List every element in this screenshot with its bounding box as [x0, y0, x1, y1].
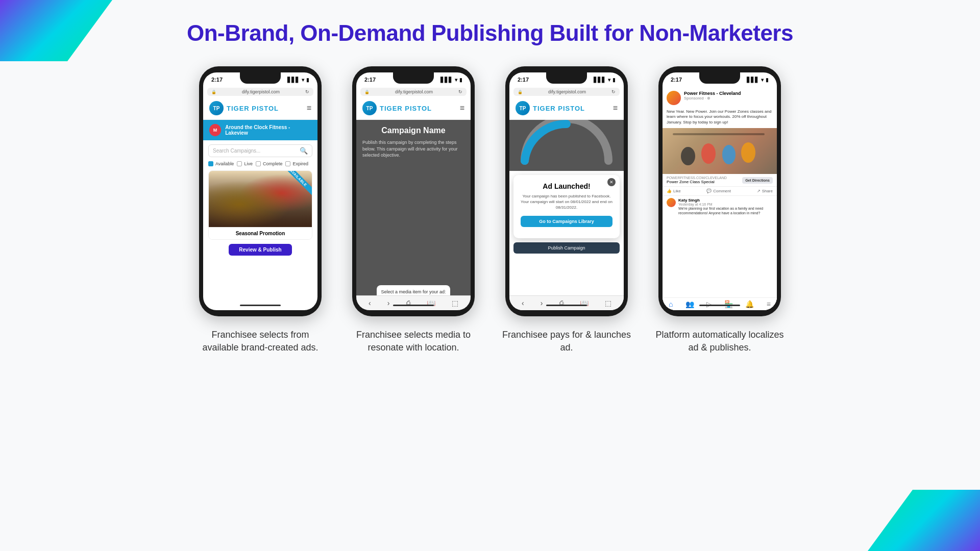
franchise-banner: M Around the Clock Fitness - Lakeview — [203, 120, 317, 140]
browser-nav-2: ‹ › ⎙ 📖 ⬚ — [356, 295, 471, 310]
filter-box-complete — [256, 161, 261, 166]
gauge-background — [509, 120, 624, 171]
modal-desc: Your campaign has been published to Face… — [521, 193, 612, 211]
fb-home-icon[interactable]: ⌂ — [669, 300, 673, 308]
fb-friends-icon[interactable]: 👥 — [685, 300, 694, 308]
filter-box-available — [208, 161, 213, 166]
campaign-card[interactable]: AVAILABLE Seasonal Promotion — [208, 170, 312, 240]
back-icon-3[interactable]: ‹ — [522, 299, 524, 307]
time-4: 2:17 — [671, 77, 682, 83]
phone-nav-bar-4 — [699, 305, 740, 306]
filter-complete[interactable]: Complete — [256, 161, 283, 166]
hamburger-menu-2[interactable]: ≡ — [460, 104, 464, 113]
forward-icon-2[interactable]: › — [387, 299, 390, 307]
filter-live[interactable]: Live — [237, 161, 253, 166]
battery-icon-4: ▮ — [766, 77, 769, 83]
phone-notch-2 — [393, 72, 434, 84]
back-icon-2[interactable]: ‹ — [369, 299, 371, 307]
fb-comment-section: Katy Singh Yesterday at 4:16 PM We're pl… — [663, 196, 777, 217]
fb-sponsored: Sponsored · ⊕ — [684, 96, 773, 101]
search-bar-1[interactable]: Search Campaigns... 🔍 — [208, 144, 312, 157]
tp-logo-2: TP TIGER PISTOL — [362, 101, 432, 115]
reload-icon-2: ↻ — [458, 89, 462, 94]
like-icon: 👍 — [667, 189, 672, 193]
fb-ad-header: Power Fitness - Cleveland Sponsored · ⊕ — [663, 87, 777, 109]
fb-watch-icon[interactable]: ▷ — [706, 300, 712, 308]
fb-page-name: Power Fitness - Cleveland — [684, 91, 773, 96]
phone-col-4: 2:17 ▋▋▋ ▾ ▮ Power Fitness - Cleveland — [653, 66, 786, 354]
fb-page-info: Power Fitness - Cleveland Sponsored · ⊕ — [684, 91, 773, 101]
facebook-ad: Power Fitness - Cleveland Sponsored · ⊕ … — [663, 87, 777, 310]
fb-marketplace-icon[interactable]: 🏪 — [724, 300, 733, 308]
hamburger-menu-3[interactable]: ≡ — [613, 104, 618, 113]
search-placeholder-1: Search Campaigns... — [213, 148, 297, 154]
fb-cta-button[interactable]: Get Directions — [742, 177, 773, 184]
comment-content: Katy Singh Yesterday at 4:16 PM We're pl… — [678, 198, 773, 215]
fb-cta-url: POWERFITNESS.COM/CLEVELAND — [667, 176, 727, 180]
time-1: 2:17 — [211, 77, 223, 83]
tp-logo-3: TP TIGER PISTOL — [516, 101, 585, 115]
svg-point-2 — [701, 143, 716, 164]
campaign-image: AVAILABLE — [209, 171, 312, 227]
share-icon: ↗ — [757, 189, 761, 193]
url-text-1: dify.tigerpistol.com — [242, 89, 280, 94]
caption-2: Franchisee selects media to resonate wit… — [347, 329, 480, 354]
go-campaigns-button[interactable]: Go to Campaigns Library — [521, 216, 612, 227]
phone-frame-4: 2:17 ▋▋▋ ▾ ▮ Power Fitness - Cleveland — [658, 66, 781, 316]
ad-launched-modal: ✕ Ad Launched! Your campaign has been pu… — [513, 175, 620, 238]
publish-campaign-button[interactable]: Publish Campaign — [513, 242, 620, 254]
filter-available-label: Available — [215, 161, 234, 166]
fb-page-icon — [667, 91, 681, 105]
tabs-icon-3[interactable]: ⬚ — [605, 299, 611, 307]
fb-menu-icon[interactable]: ≡ — [767, 300, 771, 308]
wifi-icon-3: ▾ — [608, 77, 610, 83]
tabs-icon-2[interactable]: ⬚ — [452, 299, 458, 307]
fb-cta-bar: POWERFITNESS.COM/CLEVELAND Power Zone Cl… — [663, 174, 777, 187]
tp-logo-1: TP TIGER PISTOL — [209, 101, 279, 115]
comment-icon: 💬 — [706, 189, 712, 193]
hamburger-menu-1[interactable]: ≡ — [307, 104, 311, 113]
fb-like-button[interactable]: 👍 Like — [667, 189, 681, 193]
browser-nav-3: ‹ › ⎙ 📖 ⬚ — [509, 295, 624, 310]
fb-comment-button[interactable]: 💬 Comment — [706, 189, 731, 193]
phone-frame-2: 2:17 ▋▋▋ ▾ ▮ 🔒 dify.tigerpistol.com ↻ — [352, 66, 475, 316]
tp-header-1: TP TIGER PISTOL ≡ — [203, 97, 317, 120]
signal-icon-3: ▋▋▋ — [594, 77, 606, 83]
status-icons-1: ▋▋▋ ▾ ▮ — [287, 77, 309, 83]
comment-label: Comment — [713, 189, 731, 193]
media-label-text: Select a media item for your ad: — [381, 289, 446, 294]
fb-share-button[interactable]: ↗ Share — [757, 189, 773, 193]
screen-2: 🔒 dify.tigerpistol.com ↻ TP TIGER PISTOL… — [356, 87, 471, 310]
svg-point-3 — [722, 145, 736, 164]
battery-icon-2: ▮ — [459, 77, 462, 83]
main-container: On-Brand, On-Demand Publishing Built for… — [0, 0, 980, 551]
status-icons-3: ▋▋▋ ▾ ▮ — [594, 77, 616, 83]
battery-icon: ▮ — [306, 77, 309, 83]
fb-cta-label: Power Zone Class Special — [667, 180, 727, 184]
review-publish-button[interactable]: Review & Publish — [229, 244, 291, 256]
url-bar-3: 🔒 dify.tigerpistol.com ↻ — [513, 88, 620, 96]
fb-bell-icon[interactable]: 🔔 — [745, 300, 754, 308]
modal-close-btn[interactable]: ✕ — [607, 178, 616, 186]
screen-3: 🔒 dify.tigerpistol.com ↻ TP TIGER PISTOL… — [509, 87, 624, 310]
url-bar-2: 🔒 dify.tigerpistol.com ↻ — [360, 88, 467, 96]
time-3: 2:17 — [518, 77, 529, 83]
url-text-3: dify.tigerpistol.com — [548, 89, 586, 94]
fb-ad-image — [663, 128, 777, 174]
reload-icon-1: ↻ — [305, 89, 309, 94]
phone-frame-1: 2:17 ▋▋▋ ▾ ▮ 🔒 dify.tigerpistol.com ↻ — [199, 66, 322, 316]
modal-title: Ad Launched! — [521, 182, 612, 190]
commenter-avatar — [667, 198, 676, 207]
forward-icon-3[interactable]: › — [541, 299, 543, 307]
filter-expired-label: Expired — [292, 161, 308, 166]
filter-available[interactable]: Available — [208, 161, 234, 166]
fb-ad-text: New Year. New Power. Join our Power Zone… — [663, 109, 777, 128]
filter-complete-label: Complete — [263, 161, 283, 166]
signal-icon-4: ▋▋▋ — [747, 77, 759, 83]
tp-logo-text-2: TIGER PISTOL — [380, 105, 432, 112]
lock-icon-2: 🔒 — [364, 90, 370, 94]
tp-logo-icon-3: TP — [516, 101, 530, 115]
tp-logo-icon-1: TP — [209, 101, 224, 115]
phone-frame-3: 2:17 ▋▋▋ ▾ ▮ 🔒 dify.tigerpistol.com ↻ — [505, 66, 628, 316]
filter-expired[interactable]: Expired — [285, 161, 308, 166]
